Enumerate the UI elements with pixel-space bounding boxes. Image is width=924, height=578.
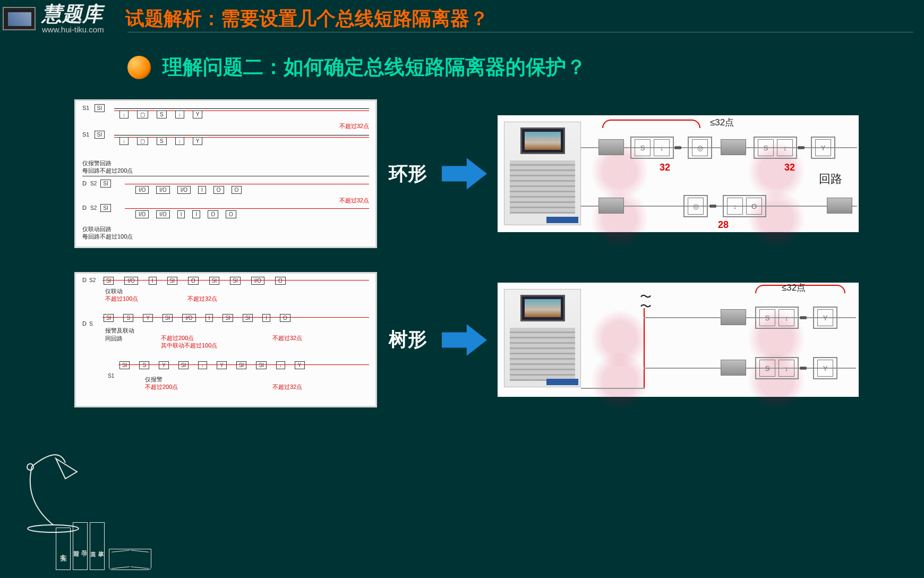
- title-prefix: 试题解析：: [125, 7, 221, 29]
- limit-100: 不超过100点: [105, 295, 138, 302]
- si-box: SI: [95, 104, 105, 112]
- ring-left-diagram: S1 SI ↓ ▢ S ↓ Y 不超过32点 S1 SI ↓ ▢ S ↓ Y 仅…: [74, 99, 377, 248]
- arrow-icon: [442, 158, 487, 190]
- note-alarm: 仅报警回路: [82, 160, 112, 166]
- note-liandong: 仅联动: [105, 288, 123, 294]
- lte32-label: ≤32点: [710, 116, 734, 129]
- tilde-icon: 〜: [640, 299, 652, 314]
- ring-right-diagram: ≤32点 S ↓ ••• ◎ 32 S ↓ ••• Y 32 回路 ◎ ••• …: [498, 115, 859, 232]
- subtitle-row: 理解问题二：如何确定总线短路隔离器的保护？: [127, 54, 924, 81]
- label-s1b: S1: [82, 131, 89, 138]
- isolator-icon: [721, 360, 746, 376]
- open-book-icon: [109, 549, 151, 570]
- limit-32a: 不超过32点: [339, 123, 369, 129]
- isolator-icon: [721, 309, 746, 325]
- books-icon-group: 实务 智题 学习 直击 事故: [56, 522, 151, 570]
- title-qmark: ？: [469, 7, 489, 29]
- brand: 慧题库 www.hui-tiku.com: [42, 4, 104, 34]
- symbol-s-icon: S: [635, 139, 651, 156]
- limit-lian100: 其中联动不超过100点: [161, 342, 217, 348]
- label-s1: S1: [82, 105, 89, 111]
- bullet-icon: [127, 56, 151, 79]
- book-icon: 直击 事故: [90, 522, 105, 570]
- svg-marker-1: [442, 324, 487, 356]
- tree-label: 树形: [389, 327, 434, 353]
- brand-name: 慧题库: [42, 4, 104, 24]
- svg-marker-0: [442, 158, 487, 190]
- limit-32b: 不超过32点: [339, 197, 369, 203]
- brace-icon: [602, 120, 700, 128]
- title-divider: [127, 32, 913, 32]
- subtitle-main: 如何确定总线短路隔离器的保护？: [284, 56, 586, 78]
- symbol-bell-icon: ◎: [692, 139, 708, 156]
- brand-url: www.hui-tiku.com: [42, 25, 104, 34]
- note-alarm-only: 仅报警: [145, 376, 162, 382]
- book-icon: 实务: [56, 528, 71, 570]
- page-title: 试题解析：需要设置几个总线短路隔离器？: [125, 6, 489, 32]
- desk-lamp-icon: [3, 437, 82, 533]
- fire-panel-icon: [504, 289, 581, 387]
- header: 慧题库 www.hui-tiku.com 试题解析：需要设置几个总线短路隔离器？: [0, 0, 924, 32]
- isolator-icon: [721, 139, 746, 155]
- note-200: 每回路不超过200点: [82, 167, 133, 174]
- ring-label: 环形: [389, 161, 434, 187]
- isolator-icon: [827, 198, 852, 214]
- count-28: 28: [718, 219, 729, 231]
- logo-icon: [3, 7, 36, 30]
- isolator-icon: [598, 139, 624, 155]
- tree-right-diagram: ≤32点 〜 〜 S ↓ ••• Y S ↓ ••• Y: [498, 283, 859, 397]
- symbol-detector-icon: ↓: [654, 139, 670, 156]
- row-ring: S1 SI ↓ ▢ S ↓ Y 不超过32点 S1 SI ↓ ▢ S ↓ Y 仅…: [0, 99, 924, 248]
- subtitle-prefix: 理解问题二：: [162, 56, 284, 78]
- svg-point-3: [27, 464, 33, 470]
- count-32a: 32: [660, 162, 670, 173]
- title-main: 需要设置几个总线短路隔离器: [221, 7, 469, 29]
- note-100: 每回路不超过100点: [82, 233, 133, 240]
- lte32-label-tree: ≤32点: [782, 282, 806, 294]
- subtitle: 理解问题二：如何确定总线短路隔离器的保护？: [162, 54, 586, 81]
- count-32b: 32: [784, 162, 795, 173]
- fire-panel-icon: [504, 122, 581, 225]
- isolator-icon: [598, 198, 624, 214]
- note-combo: 报警及联动 同回路: [105, 327, 134, 342]
- note-liandong: 仅联动回路: [82, 226, 112, 232]
- loop-label: 回路: [819, 171, 842, 187]
- tree-left-diagram: D S2 SI I/O I SI O SI SI I/O O 仅联动 不超过10…: [74, 272, 377, 407]
- arrow-icon: [442, 324, 487, 356]
- row-tree: D S2 SI I/O I SI O SI SI I/O O 仅联动 不超过10…: [0, 272, 924, 407]
- book-icon: 智题 学习: [73, 522, 88, 570]
- limit-200: 不超过200点: [161, 335, 194, 341]
